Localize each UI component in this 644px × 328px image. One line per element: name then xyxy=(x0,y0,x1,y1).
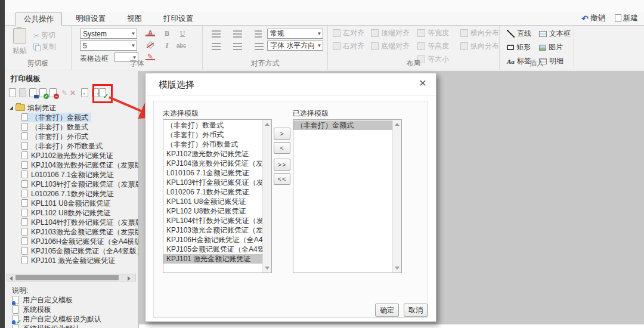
delete-icon[interactable]: ✕ xyxy=(68,88,78,98)
tree-item[interactable]: KPJ105金额记账凭证（全A4竖版） xyxy=(21,246,139,256)
horizontal-scrollbar[interactable] xyxy=(7,274,136,281)
tree-item[interactable]: L010106 7.1金额记账凭证 xyxy=(21,170,117,180)
list-item[interactable]: KPJ106H金额记账凭证（全A4横版） xyxy=(163,235,263,245)
tree-item[interactable]: KPJ103激光金额记账凭证（发票版） xyxy=(21,227,139,237)
style-select[interactable]: 常规 ▼ xyxy=(267,29,323,39)
tree-item[interactable]: KPJ101 激光金额记账凭证 xyxy=(21,256,118,265)
align-middle-icon[interactable] xyxy=(233,30,242,38)
undo-button[interactable]: ↶ 撤销 xyxy=(581,13,605,23)
cut-button[interactable]: ✂ 剪切 xyxy=(33,30,55,41)
list-scrollbar[interactable] xyxy=(392,120,401,273)
italic-icon[interactable]: I xyxy=(162,41,172,49)
layout-command[interactable]: 右对齐 xyxy=(333,41,364,51)
list-item[interactable]: （非套打）外币式 xyxy=(163,130,263,140)
ok-button[interactable]: 确定 xyxy=(375,304,399,317)
list-item[interactable]: KPJ102激光数外记账凭证 xyxy=(163,149,263,159)
layout-command[interactable]: 纵向分布 xyxy=(460,41,499,51)
list-item[interactable]: L010106 7.1金额记账凭证 xyxy=(163,168,263,178)
scroll-up-icon[interactable] xyxy=(395,123,400,126)
layout-command[interactable]: 顶端对齐 xyxy=(371,28,410,38)
tree-item[interactable]: KPJ106H金额记账凭证（全A4横版） xyxy=(21,237,139,246)
tree-folder[interactable]: 填制凭证 xyxy=(10,103,59,113)
font-family-select[interactable]: System ▼ xyxy=(80,29,137,39)
align-bottom-icon[interactable] xyxy=(255,30,262,38)
list-item[interactable]: KPL102 U8数外记账凭证 xyxy=(163,206,263,216)
list-item[interactable]: KPJ104激光数外记账凭证（发票版） xyxy=(163,159,263,168)
align-left-icon[interactable] xyxy=(212,43,221,50)
tree-item[interactable]: KPL104针打数外记账凭证（发票版） xyxy=(21,218,139,227)
scroll-left-icon[interactable] xyxy=(10,276,13,281)
close-icon[interactable]: × xyxy=(417,76,429,90)
tree-item[interactable]: L010206 7.1数外记账凭证 xyxy=(21,189,117,199)
remove-template-icon[interactable]: − xyxy=(48,88,58,98)
insert-rect-button[interactable]: 矩形 xyxy=(507,42,531,52)
layout-command[interactable]: 左对齐 xyxy=(333,28,364,38)
add-button[interactable]: > xyxy=(274,128,290,140)
remove-button[interactable]: < xyxy=(274,142,290,154)
edit-template-icon[interactable] xyxy=(28,88,38,98)
cancel-button[interactable]: 取消 xyxy=(404,304,428,317)
tree-item[interactable]: KPL103针打金额记账凭证（发票版） xyxy=(21,180,139,189)
strikethrough-icon[interactable]: abc xyxy=(177,41,186,50)
scroll-right-icon[interactable] xyxy=(128,276,131,281)
new-button[interactable]: 新建 xyxy=(615,13,638,23)
layout-command[interactable]: 等宽度 xyxy=(417,28,449,38)
text-direction-select[interactable]: 字体 水平方向 ▼ xyxy=(267,41,323,51)
tree-item[interactable]: KPJ102激光数外记账凭证 xyxy=(21,151,116,160)
insert-image-button[interactable]: 图片 xyxy=(539,42,571,52)
list-scrollbar[interactable] xyxy=(262,120,271,273)
fill-color-icon[interactable] xyxy=(145,41,155,49)
list-item[interactable]: KPL104针打数外记账凭证（发票版） xyxy=(163,216,263,225)
save-icon[interactable] xyxy=(18,88,27,98)
list-item[interactable]: KPJ101 激光金额记账凭证 xyxy=(163,254,263,264)
layout-command[interactable]: 横向分布 xyxy=(460,28,499,38)
list-item[interactable]: （非套打）金额式 xyxy=(293,120,393,130)
scrollbar-thumb[interactable] xyxy=(16,275,119,280)
tree-item[interactable]: （非套打）外币数量式 xyxy=(21,141,106,151)
tree-item[interactable]: KPJ104激光数外记账凭证（发票版） xyxy=(21,160,139,170)
insert-line-button[interactable]: 直线 xyxy=(507,29,531,39)
select-template-icon[interactable]: ✓ xyxy=(98,88,107,98)
approve-template-icon[interactable]: ✓ xyxy=(38,88,48,98)
align-right-icon[interactable] xyxy=(255,43,264,50)
list-item[interactable]: KPL103针打金额记账凭证（发票版） xyxy=(163,178,263,187)
template-tree: 填制凭证 （非套打）金额式（非套打）数量式（非套打）外币式（非套打）外币数量式K… xyxy=(5,103,138,265)
align-top-icon[interactable] xyxy=(212,30,221,38)
scroll-down-icon[interactable] xyxy=(395,267,400,270)
expander-icon[interactable] xyxy=(10,106,13,110)
insert-textbox-button[interactable]: 文本框 xyxy=(539,29,571,39)
tree-item[interactable]: （非套打）数量式 xyxy=(21,122,91,132)
scroll-up-icon[interactable] xyxy=(265,123,270,126)
list-item[interactable]: KPL101 U8金额记账凭证 xyxy=(163,197,263,206)
list-item[interactable]: （非套打）数量式 xyxy=(163,120,263,130)
selected-template-list[interactable]: （非套打）金额式 xyxy=(293,119,402,273)
font-color-icon[interactable]: A xyxy=(145,29,155,36)
unselected-template-list[interactable]: （非套打）数量式（非套打）外币式（非套打）外币数量式KPJ102激光数外记账凭证… xyxy=(163,119,272,273)
ribbon-tab[interactable]: 视图 xyxy=(119,12,150,25)
remove-all-button[interactable]: << xyxy=(274,173,290,185)
list-item[interactable]: （非套打）外币数量式 xyxy=(163,140,263,149)
underline-icon[interactable]: U xyxy=(178,29,187,38)
copy-button[interactable]: 复制 xyxy=(33,42,56,52)
add-all-button[interactable]: >> xyxy=(274,159,290,171)
bold-icon[interactable]: B xyxy=(162,29,172,38)
ribbon-tab[interactable]: 打印设置 xyxy=(156,12,201,25)
list-item[interactable]: L010206 7.1数外记账凭证 xyxy=(163,187,263,197)
layout-icon xyxy=(460,29,468,37)
scroll-down-icon[interactable] xyxy=(265,267,270,270)
ribbon-tab[interactable]: 明细设置 xyxy=(68,12,113,25)
import-template-icon[interactable]: → xyxy=(80,88,89,98)
font-size-select[interactable]: 5 ▼ xyxy=(80,41,137,51)
paste-button[interactable]: 粘贴 xyxy=(10,28,30,56)
layout-command[interactable]: 底端对齐 xyxy=(371,41,410,51)
tree-item[interactable]: KPL102 U8数外记账凭证 xyxy=(21,208,113,218)
list-item[interactable]: KPJ105金额记账凭证（全A4竖版） xyxy=(163,245,263,254)
tree-item[interactable]: KPL101 U8金额记账凭证 xyxy=(21,199,113,208)
align-center-icon[interactable] xyxy=(233,43,242,50)
layout-command[interactable]: 等高度 xyxy=(417,41,449,51)
new-template-icon[interactable] xyxy=(8,88,17,98)
tree-item[interactable]: （非套打）外币式 xyxy=(21,132,91,141)
tree-item[interactable]: （非套打）金额式 xyxy=(21,113,91,122)
list-item[interactable]: KPJ103激光金额记账凭证（发票版） xyxy=(163,225,263,235)
ribbon-tab[interactable]: 公共操作 xyxy=(16,13,62,26)
